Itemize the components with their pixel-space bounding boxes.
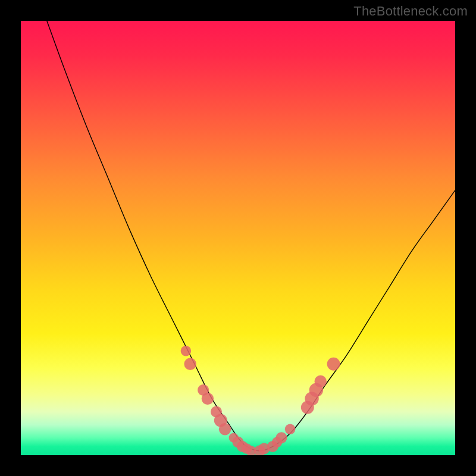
- curve-layer: [21, 21, 455, 455]
- plot-area: [21, 21, 455, 455]
- data-marker: [327, 358, 340, 371]
- data-marker: [181, 346, 192, 356]
- data-marker: [314, 375, 326, 387]
- watermark-text: TheBottleneck.com: [353, 4, 468, 19]
- data-marker: [184, 358, 196, 369]
- marker-group: [181, 346, 340, 455]
- data-marker: [202, 393, 214, 405]
- data-marker: [285, 424, 296, 434]
- chart-stage: TheBottleneck.com: [0, 0, 476, 476]
- data-marker: [276, 432, 287, 443]
- bottleneck-curve: [47, 21, 455, 451]
- data-marker: [219, 423, 231, 435]
